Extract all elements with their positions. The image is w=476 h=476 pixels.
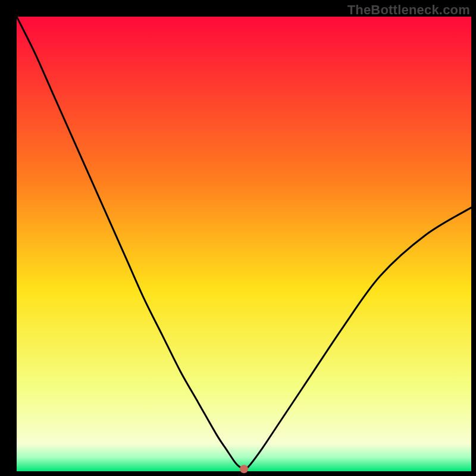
current-point-marker	[240, 465, 248, 473]
gradient-background	[17, 17, 471, 471]
bottleneck-chart	[0, 0, 476, 476]
watermark-text: TheBottleneck.com	[347, 2, 470, 18]
